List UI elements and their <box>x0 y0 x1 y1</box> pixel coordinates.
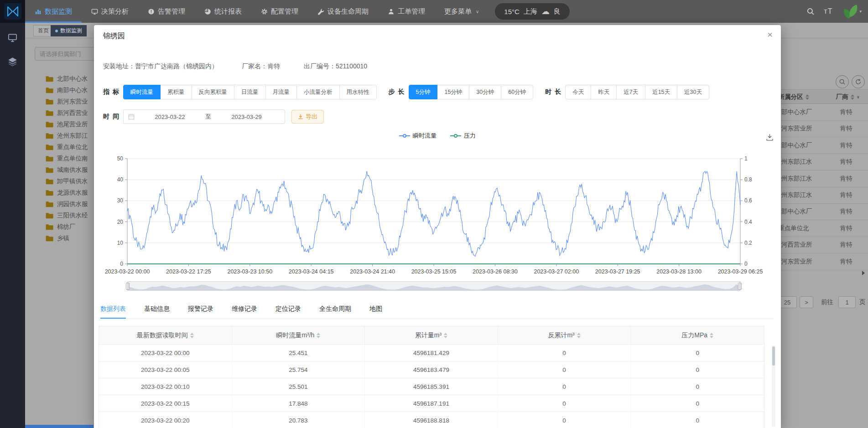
table-search-button[interactable] <box>836 75 849 88</box>
data-col-0[interactable]: 最新数据读取时间 <box>99 326 232 344</box>
folder-icon <box>46 98 53 105</box>
duration-option-0[interactable]: 今天 <box>565 85 591 99</box>
nav-item-0[interactable]: 数据监测 <box>25 0 82 23</box>
data-col-4[interactable]: 压力MPa <box>631 326 764 344</box>
detail-tab-5[interactable]: 全生命周期 <box>319 302 351 319</box>
search-icon[interactable] <box>806 7 815 15</box>
table-scrollbar[interactable] <box>772 345 775 427</box>
data-cell: 17.848 <box>232 395 365 412</box>
export-button[interactable]: 导出 <box>291 110 324 124</box>
data-cell: 2023-03-22 00:10 <box>99 378 232 395</box>
data-col-label: 压力MPa <box>681 331 707 340</box>
indicator-option-0[interactable]: 瞬时流量 <box>123 85 161 99</box>
duration-option-4[interactable]: 近30天 <box>677 85 709 99</box>
next-page-button[interactable]: > <box>800 296 813 308</box>
datazoom-left-handle[interactable] <box>126 283 130 290</box>
svg-text:0.6: 0.6 <box>744 197 752 204</box>
detail-tab-3[interactable]: 维修记录 <box>232 302 257 319</box>
nav-item-7[interactable]: 更多菜单∨ <box>435 0 489 23</box>
svg-text:1: 1 <box>744 155 748 162</box>
detail-tab-4[interactable]: 定位记录 <box>275 302 301 319</box>
tree-item-label: 城南供水服 <box>57 166 88 174</box>
monitor-icon <box>91 8 98 15</box>
detail-tab-2[interactable]: 报警记录 <box>188 302 213 319</box>
install-address-label: 安装地址： <box>103 62 135 70</box>
tab-data-monitor[interactable]: 数据监测 <box>51 25 87 36</box>
save-image-icon[interactable] <box>766 134 774 141</box>
folder-icon <box>46 76 53 82</box>
detail-tab-0[interactable]: 数据列表 <box>100 302 126 319</box>
pie-chart-icon <box>204 8 211 15</box>
legend-item-pressure[interactable]: 压力 <box>450 132 476 140</box>
nav-item-3[interactable]: 统计报表 <box>195 0 251 23</box>
indicator-option-1[interactable]: 累积量 <box>160 85 192 99</box>
svg-text:0.2: 0.2 <box>744 240 752 246</box>
sort-caret-icon[interactable] <box>317 333 320 338</box>
datazoom-right-handle[interactable] <box>738 283 742 290</box>
nav-item-1[interactable]: 决策分析 <box>82 0 138 23</box>
weather-temperature: 15°C <box>504 8 520 15</box>
step-option-0[interactable]: 5分钟 <box>409 85 438 99</box>
user-icon <box>388 8 395 15</box>
date-range-picker[interactable]: 2023-03-22 至 2023-03-29 <box>123 109 285 124</box>
wrench-icon <box>317 8 324 15</box>
screen-monitor-icon[interactable] <box>8 33 17 42</box>
tree-item-label: 卸甲镇供水 <box>57 177 88 186</box>
font-size-icon[interactable]: ᴛT <box>824 7 832 15</box>
app-logo[interactable] <box>0 0 25 23</box>
folder-icon <box>46 212 53 219</box>
flow-line-chart[interactable]: 00100.2200.4300.6400.85012023-03-22 00:0… <box>103 144 769 281</box>
legend-item-flow[interactable]: 瞬时流量 <box>399 132 437 140</box>
serial-label: 出厂编号： <box>304 62 336 70</box>
data-cell: 0 <box>631 345 764 361</box>
indicator-option-6[interactable]: 用水特性 <box>339 85 377 99</box>
svg-text:0.8: 0.8 <box>744 176 752 183</box>
indicator-option-4[interactable]: 月流量 <box>265 85 297 99</box>
nav-item-label: 决策分析 <box>101 7 129 16</box>
nav-item-2[interactable]: 告警管理 <box>138 0 195 23</box>
duration-option-3[interactable]: 近15天 <box>645 85 677 99</box>
svg-text:40: 40 <box>117 176 124 183</box>
layers-icon[interactable] <box>8 57 17 67</box>
sort-caret-icon[interactable] <box>710 333 713 338</box>
bg-cell-vendor: 肯特 <box>828 170 864 187</box>
indicator-option-5[interactable]: 小流量分析 <box>296 85 340 99</box>
step-option-3[interactable]: 60分钟 <box>501 85 533 99</box>
nav-item-6[interactable]: 工单管理 <box>378 0 435 23</box>
data-col-3[interactable]: 反累计m³ <box>498 326 631 344</box>
nav-item-4[interactable]: 配置管理 <box>251 0 308 23</box>
sort-caret-icon[interactable] <box>577 333 581 338</box>
data-col-1[interactable]: 瞬时流量m³/h <box>232 326 365 344</box>
step-option-1[interactable]: 15分钟 <box>437 85 469 99</box>
svg-text:2023-03-29 06:25: 2023-03-29 06:25 <box>718 268 763 275</box>
weather-city: 上海 <box>524 7 537 16</box>
data-cell: 0 <box>631 395 764 412</box>
tree-hscrollbar[interactable] <box>25 425 94 428</box>
org-leaf-logo[interactable]: ▾ <box>842 4 862 19</box>
duration-option-1[interactable]: 昨天 <box>591 85 617 99</box>
data-col-2[interactable]: 累计量m³ <box>365 326 498 344</box>
sort-caret-icon[interactable] <box>444 333 447 338</box>
close-icon[interactable]: × <box>767 30 773 40</box>
date-start-value[interactable]: 2023-03-22 <box>136 113 203 120</box>
filter-chevron-icon[interactable]: ∨ <box>857 95 860 99</box>
scrollbar-thumb[interactable] <box>772 346 775 366</box>
detail-tab-6[interactable]: 地图 <box>369 302 382 319</box>
indicator-option-3[interactable]: 日流量 <box>234 85 266 99</box>
step-option-2[interactable]: 30分钟 <box>469 85 501 99</box>
tree-item-label: 北部中心水 <box>57 75 88 83</box>
bg-cell-vendor: 肯特 <box>828 237 864 253</box>
datazoom-slider[interactable] <box>127 281 740 291</box>
data-row-4: 2023-03-22 00:2020.7834596188.81800 <box>99 412 764 428</box>
hscroll-right-arrow[interactable] <box>862 271 865 275</box>
sort-caret-icon[interactable] <box>190 333 194 338</box>
table-refresh-button[interactable] <box>852 75 865 88</box>
date-end-value[interactable]: 2023-03-29 <box>213 113 280 120</box>
nav-menu: 数据监测决策分析告警管理统计报表配置管理设备生命周期工单管理更多菜单∨ <box>25 0 489 23</box>
indicator-option-2[interactable]: 反向累积量 <box>192 85 235 99</box>
bg-col-vendor[interactable]: 厂商 ∨ <box>828 90 868 104</box>
page-number-input[interactable] <box>838 296 856 308</box>
nav-item-5[interactable]: 设备生命周期 <box>308 0 378 23</box>
duration-option-2[interactable]: 近7天 <box>616 85 645 99</box>
detail-tab-1[interactable]: 基础信息 <box>144 302 170 319</box>
